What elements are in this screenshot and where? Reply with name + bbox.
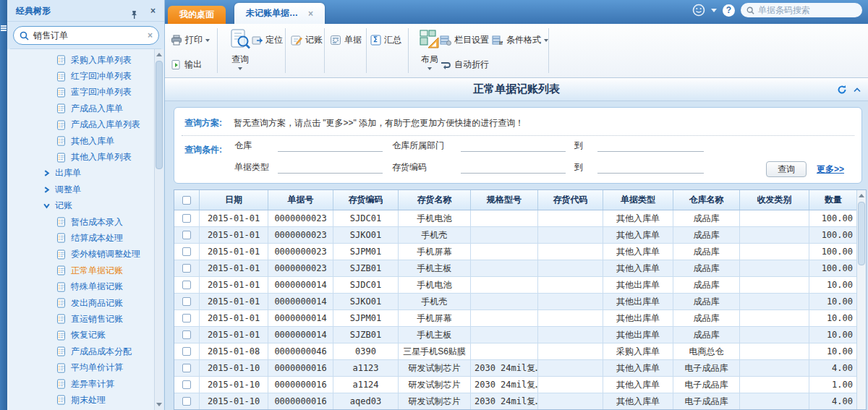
- caret-down-icon[interactable]: [711, 9, 717, 12]
- sidebar-item[interactable]: 平均单价计算: [7, 359, 155, 375]
- sidebar-item[interactable]: 恢复记账: [7, 328, 155, 343]
- print-button[interactable]: 打印: [171, 34, 210, 46]
- column-header[interactable]: 存货名称: [399, 190, 471, 210]
- post-button[interactable]: 记账: [291, 34, 323, 46]
- column-header[interactable]: 单据类型: [603, 190, 673, 210]
- sidebar-item[interactable]: 特殊单据记账: [7, 278, 155, 294]
- refresh-icon[interactable]: [837, 85, 847, 95]
- scroll-up-icon[interactable]: [859, 194, 864, 197]
- table-row[interactable]: 2015-01-0800000000460390三星手机S6贴膜采购入库单电商总…: [174, 343, 866, 360]
- query-submit-button[interactable]: 查询: [766, 161, 807, 177]
- sidebar-item[interactable]: 正常单据记账: [7, 262, 155, 278]
- sidebar-item[interactable]: 产成品入库单: [7, 101, 155, 116]
- sidebar-item[interactable]: 其他入库单: [7, 133, 155, 149]
- sidebar-item[interactable]: 其他入库单列表: [7, 149, 155, 165]
- grid-scrollbar[interactable]: [856, 190, 866, 409]
- row-checkbox[interactable]: [182, 364, 191, 372]
- column-header[interactable]: 日期: [200, 190, 268, 210]
- table-row[interactable]: 2015-01-100000000016a1123研发试制芯片2030 24mi…: [174, 360, 866, 377]
- table-row[interactable]: 2015-01-010000000014SJPM01手机屏幕其他出库单成品库10…: [174, 310, 866, 327]
- sidebar-item[interactable]: 记账: [7, 198, 155, 214]
- table-row[interactable]: 2015-01-010000000014SJZB01手机主板其他出库单成品库10…: [174, 327, 866, 343]
- table-row[interactable]: 2015-01-010000000014SJKO01手机壳其他出库单成品库10.…: [174, 294, 866, 310]
- chevron-down-icon[interactable]: [43, 202, 50, 209]
- column-settings-button[interactable]: 栏目设置: [440, 34, 489, 46]
- chevron-right-icon[interactable]: [43, 187, 50, 193]
- scroll-up-icon[interactable]: [156, 53, 162, 56]
- column-header[interactable]: 收发类别: [740, 190, 809, 210]
- sidebar-item[interactable]: 委外核销调整处理: [7, 247, 155, 262]
- sidebar-scrollbar[interactable]: [154, 49, 163, 410]
- sidebar-item[interactable]: 产成品成本分配: [7, 343, 155, 359]
- sidebar-item[interactable]: 发出商品记账: [7, 295, 155, 311]
- row-checkbox[interactable]: [182, 330, 191, 339]
- help-icon[interactable]: ?: [723, 4, 735, 17]
- locate-button[interactable]: 定位: [252, 34, 283, 46]
- sidebar-item[interactable]: 蓝字回冲单列表: [7, 85, 155, 101]
- barcode-search-input[interactable]: 单据条码搜索: [741, 3, 862, 17]
- tab-unposted-documents[interactable]: 未记账单据… ×: [234, 3, 325, 24]
- sidebar-search-input[interactable]: 销售订单 ×: [13, 26, 159, 45]
- warehouse-dept-input[interactable]: [461, 140, 566, 152]
- pin-icon[interactable]: [130, 6, 138, 27]
- output-button[interactable]: 输出: [171, 59, 202, 71]
- clear-search-icon[interactable]: ×: [148, 30, 153, 40]
- sidebar-item[interactable]: 出库单: [7, 166, 155, 181]
- tab-my-desktop[interactable]: 我的桌面: [168, 6, 226, 24]
- scrollbar-thumb[interactable]: [858, 202, 865, 265]
- column-header[interactable]: 规格型号: [471, 190, 538, 210]
- row-checkbox[interactable]: [182, 247, 191, 256]
- table-row[interactable]: 2015-01-010000000023SJKO01手机壳其他入库单成品库100…: [174, 227, 866, 244]
- table-row[interactable]: 2015-01-010000000023SJDC01手机电池其他入库单成品库10…: [174, 210, 866, 227]
- row-checkbox[interactable]: [182, 397, 191, 406]
- doc-type-input[interactable]: [278, 162, 383, 174]
- sidebar-close-icon[interactable]: ×: [150, 0, 156, 22]
- tab-close-icon[interactable]: ×: [308, 9, 313, 19]
- sidebar-item[interactable]: 红字回冲单列表: [7, 68, 155, 84]
- table-row[interactable]: 2015-01-100000000016a1124研发试制芯片2030 24mi…: [174, 377, 866, 393]
- sidebar-item[interactable]: 结算成本处理: [7, 230, 155, 246]
- document-button[interactable]: 单据: [330, 34, 362, 46]
- wrap-icon: [440, 60, 451, 69]
- column-header[interactable]: 仓库名称: [673, 190, 740, 210]
- table-row[interactable]: 2015-01-010000000023SJPM01手机屏幕其他入库单成品库10…: [174, 244, 866, 260]
- collapse-up-icon[interactable]: [854, 87, 861, 93]
- sidebar-item[interactable]: 暂估成本录入: [7, 214, 155, 230]
- sidebar-item[interactable]: 期末处理: [7, 392, 155, 408]
- conditional-format-button[interactable]: If 条件格式: [492, 34, 548, 46]
- table-row[interactable]: 2015-01-010000000014SJDC01手机电池其他出库单成品库10…: [174, 277, 866, 294]
- row-checkbox[interactable]: [182, 214, 191, 223]
- sidebar-item[interactable]: 采购入库单列表: [7, 52, 155, 68]
- row-checkbox[interactable]: [182, 264, 191, 273]
- table-cell: [538, 327, 603, 343]
- chevron-right-icon[interactable]: [43, 170, 50, 176]
- auto-wrap-button[interactable]: 自动折行: [440, 59, 489, 71]
- row-checkbox[interactable]: [182, 297, 191, 306]
- table-row[interactable]: 2015-01-010000000023SJZB01手机主板其他入库单成品库10…: [174, 260, 866, 277]
- inventory-code-to-input[interactable]: [597, 162, 704, 174]
- row-checkbox[interactable]: [182, 314, 191, 323]
- sidebar-item[interactable]: 差异率计算: [7, 376, 155, 392]
- row-checkbox[interactable]: [182, 380, 191, 389]
- column-header[interactable]: 单据号: [268, 190, 333, 210]
- summary-button[interactable]: 汇总: [370, 34, 401, 46]
- row-checkbox[interactable]: [182, 347, 191, 356]
- sidebar-item[interactable]: 调整单: [7, 181, 155, 197]
- sidebar-item[interactable]: 产成品入库单列表: [7, 117, 155, 133]
- column-header[interactable]: 存货编码: [333, 190, 399, 210]
- column-header[interactable]: 存货代码: [538, 190, 603, 210]
- sidebar-item[interactable]: 直运销售记账: [7, 311, 155, 327]
- row-checkbox[interactable]: [182, 281, 191, 289]
- table-row[interactable]: 2015-01-100000000016aqed03研发试制芯片2030 24m…: [174, 393, 866, 410]
- scrollbar-thumb[interactable]: [156, 61, 163, 169]
- menu-icon[interactable]: [1, 25, 7, 32]
- scroll-down-icon[interactable]: [156, 403, 162, 406]
- column-header[interactable]: 数量: [809, 190, 858, 210]
- inventory-code-input[interactable]: [461, 162, 566, 174]
- warehouse-dept-to-input[interactable]: [597, 140, 704, 152]
- more-link[interactable]: 更多>>: [817, 163, 844, 176]
- warehouse-input[interactable]: [278, 140, 383, 152]
- row-checkbox[interactable]: [182, 231, 191, 239]
- select-all-checkbox[interactable]: [182, 196, 191, 205]
- smiley-icon[interactable]: [692, 4, 705, 17]
